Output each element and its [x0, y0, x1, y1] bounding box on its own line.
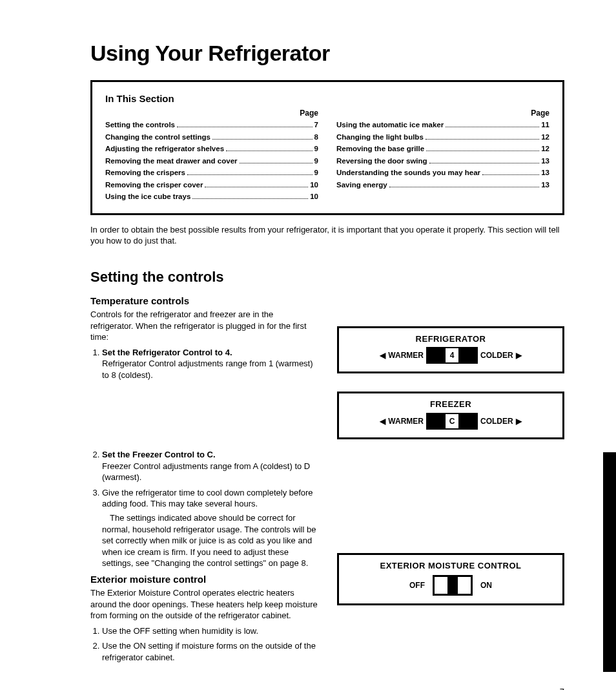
toc-page-label: Page — [105, 108, 318, 118]
intro-text: In order to obtain the best possible res… — [90, 224, 564, 247]
page-title: Using Your Refrigerator — [90, 39, 564, 68]
toc-row: Removing the meat drawer and cover9 — [105, 156, 318, 167]
toc-heading: In This Section — [105, 92, 318, 105]
arrow-right-icon: ▶ — [516, 416, 522, 426]
step-2-body: Freezer Control adjustments range from A… — [102, 461, 310, 483]
toc-row: Understanding the sounds you may hear13 — [336, 168, 549, 178]
step-1-title: Set the Refrigerator Control to 4. — [102, 348, 232, 357]
freezer-control-panel: FREEZER ◀ WARMER C COLDER ▶ — [337, 392, 564, 439]
section-heading: Setting the controls — [90, 267, 564, 287]
moisture-off-label: OFF — [406, 580, 429, 591]
refrigerator-control-panel: REFRIGERATOR ◀ WARMER 4 COLDER ▶ — [337, 326, 564, 374]
arrow-left-icon: ◀ — [380, 350, 385, 361]
arrow-left-icon: ◀ — [380, 416, 385, 426]
scan-edge — [603, 452, 616, 672]
step-3: Give the refrigerator time to cool down … — [102, 487, 318, 569]
toc-row: Saving energy13 — [336, 180, 549, 191]
toc-row: Removing the base grille12 — [336, 144, 549, 154]
fridge-value: 4 — [444, 348, 460, 362]
toc-row: Reversing the door swing13 — [336, 156, 549, 167]
toc-row: Using the automatic ice maker11 — [336, 120, 549, 131]
sub1-lead: Controls for the refrigerator and freeze… — [90, 309, 318, 343]
moisture-control-panel: EXTERIOR MOISTURE CONTROL OFF ON — [337, 553, 564, 606]
sub2-lead: The Exterior Moisture Control operates e… — [90, 587, 318, 622]
fridge-slider[interactable]: 4 — [426, 347, 478, 364]
moist-step-2: Use the ON setting if moisture forms on … — [102, 640, 318, 663]
step-1-body: Refrigerator Control adjustments range f… — [102, 359, 313, 380]
toc-row: Changing the light bulbs12 — [336, 132, 549, 143]
toc-box: In This Section Page Setting the control… — [90, 80, 564, 215]
toc-page-label: Page — [336, 108, 549, 118]
toc-row: Using the ice cube trays10 — [105, 192, 318, 202]
freezer-colder-label: COLDER — [478, 416, 516, 426]
freezer-title: FREEZER — [347, 399, 555, 410]
sub1-heading: Temperature controls — [90, 295, 318, 308]
note-text: The settings indicated above should be c… — [102, 512, 318, 569]
freezer-slider[interactable]: C — [426, 413, 478, 430]
page-number: 7 — [90, 686, 564, 690]
step-2-title: Set the Freezer Control to C. — [102, 450, 216, 459]
arrow-right-icon: ▶ — [516, 350, 522, 361]
freezer-warmer-label: WARMER — [385, 416, 426, 426]
fridge-title: REFRIGERATOR — [347, 333, 555, 345]
toc-col-left: Page Setting the controls7 Changing the … — [105, 108, 318, 204]
freezer-value: C — [444, 414, 460, 428]
toc-row: Adjusting the refrigerator shelves9 — [105, 144, 318, 154]
moisture-toggle[interactable] — [433, 575, 473, 596]
fridge-colder-label: COLDER — [478, 350, 516, 361]
toc-col-right: Page Using the automatic ice maker11 Cha… — [336, 108, 549, 204]
step-2: Set the Freezer Control to C. Freezer Co… — [102, 449, 318, 483]
toc-row: Setting the controls7 — [105, 120, 318, 131]
toc-row: Removing the crispers9 — [105, 168, 318, 178]
step-1: Set the Refrigerator Control to 4. Refri… — [102, 347, 318, 446]
step-3-body: Give the refrigerator time to cool down … — [102, 488, 313, 509]
body-right-column: REFRIGERATOR ◀ WARMER 4 COLDER ▶ FREEZER… — [337, 291, 564, 667]
moisture-title: EXTERIOR MOISTURE CONTROL — [347, 560, 555, 572]
fridge-warmer-label: WARMER — [385, 350, 426, 361]
moisture-on-label: ON — [477, 580, 496, 591]
moist-step-1: Use the OFF setting when humidity is low… — [102, 625, 318, 637]
toc-row: Changing the control settings8 — [105, 132, 318, 143]
sub2-heading: Exterior moisture control — [90, 573, 318, 586]
body-left-column: Temperature controls Controls for the re… — [90, 291, 318, 667]
toc-row: Removing the crisper cover10 — [105, 180, 318, 191]
